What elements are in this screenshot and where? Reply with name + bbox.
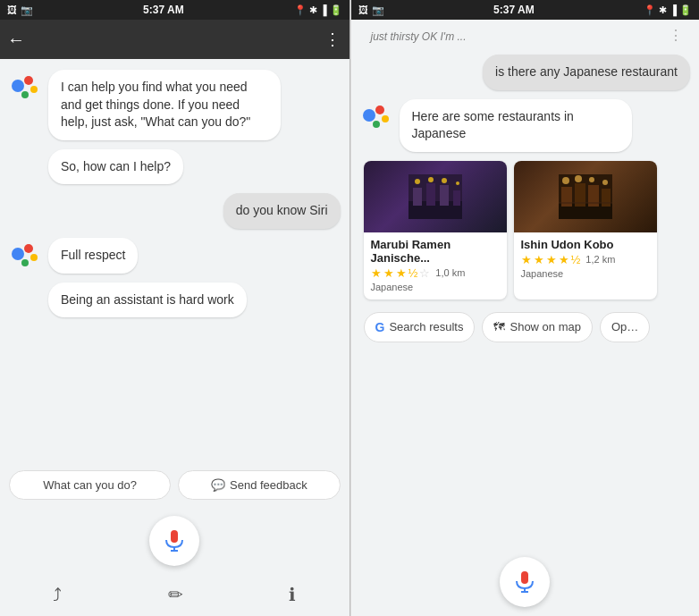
what-can-you-do-label: What can you do?	[43, 478, 137, 492]
left-bottom-nav: ⤴ ✏ ℹ	[0, 575, 350, 616]
right-battery-icon: 🔋	[679, 4, 692, 16]
right-status-icons-left: 🖼 📷	[358, 4, 384, 16]
restaurant-card-1[interactable]: Marubi Ramen Janische... ★ ★ ★ ½ ☆ 1,0 k…	[364, 161, 507, 300]
right-mic-button[interactable]	[500, 557, 550, 607]
left-bubble-1: I can help you find what you need and ge…	[48, 70, 281, 140]
star-1-3: ★	[396, 266, 407, 280]
restaurant-card-body-1: Marubi Ramen Janische... ★ ★ ★ ½ ☆ 1,0 k…	[364, 232, 507, 300]
restaurant-type-1: Japanese	[371, 282, 500, 292]
what-can-you-do-button[interactable]: What can you do?	[9, 470, 171, 500]
svg-rect-18	[426, 183, 435, 206]
svg-point-33	[589, 177, 594, 182]
right-image-icon: 🖼	[358, 4, 368, 15]
svg-point-31	[562, 177, 569, 184]
left-status-icons: 🖼 📷	[7, 4, 33, 16]
google-assistant-logo-1	[9, 70, 41, 102]
restaurant-name-1: Marubi Ramen Janische...	[371, 238, 500, 265]
back-button[interactable]: ←	[7, 30, 25, 50]
search-results-label: Search results	[389, 320, 463, 333]
right-msg-row-1: is there any Japanese restaurant	[360, 55, 691, 90]
left-msg-text-5: Being an assistant is hard work	[61, 292, 234, 307]
edit-button[interactable]: ✏	[168, 584, 183, 605]
svg-rect-17	[413, 188, 422, 206]
send-feedback-button[interactable]: 💬 Send feedback	[178, 470, 340, 500]
svg-point-32	[575, 175, 582, 182]
restaurant-dist-2: 1,2 km	[585, 254, 615, 265]
right-msg-row-2: Here are some restaurants in Japanese	[360, 99, 691, 152]
left-msg-row-3: do you know Siri	[9, 193, 341, 229]
restaurant-image-1	[364, 161, 507, 232]
restaurant-name-2: Ishin Udon Kobo	[521, 238, 650, 251]
left-msg-text-2: So, how can I help?	[61, 159, 171, 173]
right-bluetooth-icon: ✱	[659, 4, 667, 16]
left-status-bar: 🖼 📷 5:37 AM 📍 ✱ ▐ 🔋	[0, 0, 350, 20]
star-1-empty: ☆	[419, 266, 430, 280]
svg-point-11	[363, 109, 375, 122]
menu-button[interactable]: ⋮	[324, 30, 342, 49]
svg-rect-30	[602, 189, 611, 207]
star-1-half: ½	[408, 266, 418, 280]
search-results-button[interactable]: G Search results	[364, 312, 476, 342]
restaurant-stars-1: ★ ★ ★ ½ ☆ 1,0 km	[371, 266, 500, 280]
right-google-assistant-logo	[360, 99, 392, 131]
info-button[interactable]: ℹ	[289, 584, 296, 605]
right-status-bar: 🖼 📷 5:37 AM 📍 ✱ ▐ 🔋	[351, 0, 700, 20]
restaurant-image-2	[514, 161, 657, 232]
svg-rect-19	[440, 185, 449, 206]
star-2-2: ★	[534, 253, 544, 266]
options-label: Op…	[611, 320, 638, 333]
right-time: 5:37 AM	[493, 4, 535, 16]
right-status-icons-right: 📍 ✱ ▐ 🔋	[644, 4, 692, 16]
svg-point-12	[375, 105, 384, 114]
location-icon: 📍	[294, 4, 307, 16]
star-2-3: ★	[546, 253, 557, 266]
left-right-status-icons: 📍 ✱ ▐ 🔋	[294, 4, 342, 16]
left-bubble-4: Full respect	[48, 238, 138, 274]
left-msg-row-2: So, how can I help?	[9, 149, 341, 185]
left-bubble-2: So, how can I help?	[48, 149, 183, 185]
left-bubble-5: Being an assistant is hard work	[48, 283, 247, 318]
restaurant-card-body-2: Ishin Udon Kobo ★ ★ ★ ★ ½ 1,2 km Japanes…	[514, 232, 657, 286]
right-panel: 🖼 📷 5:37 AM 📍 ✱ ▐ 🔋 just thirsty OK I'm …	[350, 0, 700, 616]
star-2-half: ½	[571, 253, 581, 266]
right-chat-area: is there any Japanese restaurant Here ar…	[351, 44, 700, 548]
share-button[interactable]: ⤴	[53, 585, 62, 605]
left-bubble-3: do you know Siri	[223, 193, 341, 229]
svg-point-0	[12, 80, 24, 92]
options-button[interactable]: Op…	[600, 312, 650, 342]
right-msg-text-2: Here are some restaurants in Japanese	[412, 109, 574, 141]
restaurant-interior-1	[408, 174, 462, 219]
restaurant-dist-1: 1,0 km	[435, 267, 465, 278]
svg-point-4	[12, 248, 24, 260]
right-location-icon: 📍	[644, 4, 656, 16]
right-mic-area	[351, 548, 700, 616]
svg-rect-36	[521, 571, 528, 584]
restaurant-card-2[interactable]: Ishin Udon Kobo ★ ★ ★ ★ ½ 1,2 km Japanes…	[514, 161, 657, 300]
camera-icon: 📷	[21, 4, 33, 16]
svg-point-5	[24, 244, 33, 253]
restaurant-interior-2	[559, 174, 612, 219]
svg-point-14	[373, 121, 380, 128]
star-1-1: ★	[371, 266, 382, 280]
left-msg-text-3: do you know Siri	[236, 203, 328, 217]
restaurant-stars-2: ★ ★ ★ ★ ½ 1,2 km	[521, 253, 650, 266]
svg-point-21	[415, 179, 420, 184]
google-assistant-logo-2	[9, 238, 41, 270]
svg-point-6	[30, 254, 38, 261]
left-mic-area	[0, 507, 350, 575]
svg-point-13	[382, 115, 389, 122]
svg-point-23	[442, 178, 447, 183]
right-msg-text-1: is there any Japanese restaurant	[495, 64, 678, 79]
svg-rect-27	[561, 187, 572, 207]
left-msg-text-1: I can help you find what you need and ge…	[61, 80, 250, 129]
star-2-1: ★	[521, 253, 532, 266]
svg-rect-20	[453, 190, 460, 206]
left-mic-button[interactable]	[149, 516, 199, 566]
svg-point-1	[24, 76, 33, 85]
show-on-map-button[interactable]: 🗺 Show on map	[482, 312, 593, 342]
bluetooth-icon: ✱	[309, 4, 317, 16]
star-1-2: ★	[383, 266, 394, 280]
right-bubble-1: is there any Japanese restaurant	[483, 55, 690, 90]
svg-point-2	[30, 86, 38, 93]
right-menu-button[interactable]: ⋮	[661, 23, 690, 44]
